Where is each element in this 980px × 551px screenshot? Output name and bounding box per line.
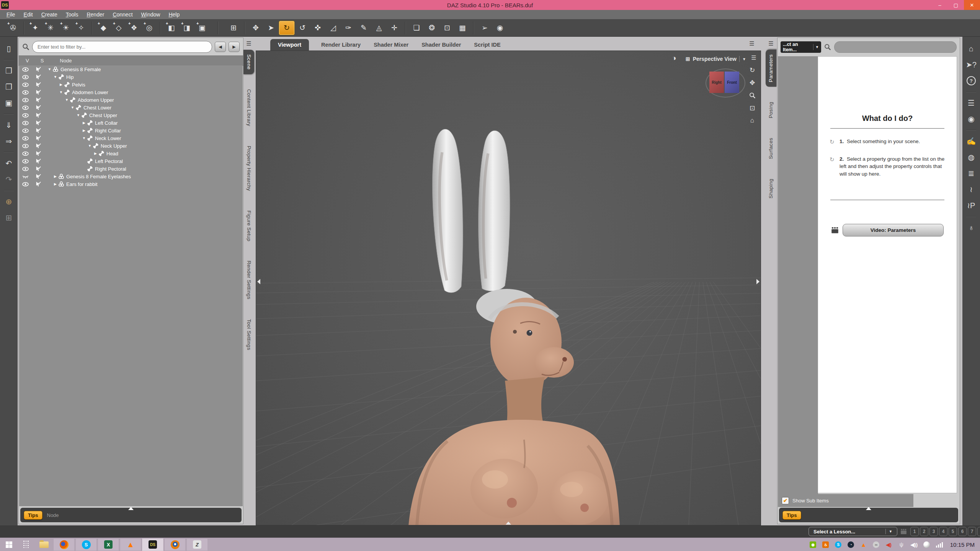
eye-icon[interactable] — [19, 127, 32, 134]
eye-icon[interactable] — [19, 66, 32, 73]
view-selector[interactable]: ⊞ Perspective View ▼ — [686, 54, 746, 64]
import-file-icon[interactable]: ⇓ — [2, 118, 16, 132]
menu-connect[interactable]: Connect — [108, 10, 137, 19]
taskbar-file-explorer[interactable] — [35, 538, 53, 551]
tab-viewport[interactable]: Viewport — [270, 39, 309, 51]
new-instance-group-icon[interactable]: ▣ — [194, 21, 210, 35]
lesson-page-2[interactable]: 2 — [920, 527, 928, 536]
eye-icon[interactable] — [19, 135, 32, 142]
menu-window[interactable]: Window — [137, 10, 165, 19]
tab-shader-builder[interactable]: Shader Builder — [421, 39, 462, 51]
taskbar-blender[interactable] — [164, 538, 186, 551]
view-cube[interactable]: Right Front — [708, 68, 743, 98]
taskbar-skype[interactable]: S — [75, 538, 97, 551]
scene-pane-menu-icon[interactable]: ☰ — [244, 40, 253, 47]
tab-surfaces[interactable]: Surfaces — [766, 133, 776, 164]
render-region-tool-icon[interactable]: ⊡ — [439, 21, 455, 35]
scene-node-left-collar[interactable]: ▶Left Collar — [19, 119, 243, 127]
draw-style-icon[interactable]: ◑ — [672, 54, 683, 64]
scale-tool-icon[interactable]: ◿ — [325, 21, 341, 35]
expand-toggle[interactable]: ▶ — [93, 152, 98, 155]
pane-collapse-handle-bottom[interactable] — [506, 522, 511, 525]
menu-render[interactable]: Render — [82, 10, 108, 19]
spot-render-tool-icon[interactable]: ❂ — [424, 21, 439, 35]
redo-icon[interactable]: ↷ — [2, 173, 16, 186]
eye-icon[interactable] — [19, 89, 32, 96]
tab-render-library[interactable]: Render Library — [320, 39, 361, 51]
scene-node-abdomen-upper[interactable]: ▼Abdomen Upper — [19, 96, 243, 104]
pan-tool-icon[interactable]: ✥ — [748, 79, 757, 87]
figure-edit-icon[interactable]: ✍ — [964, 134, 978, 148]
tab-tool-settings[interactable]: Tool Settings — [243, 315, 254, 355]
selectable-icon[interactable] — [32, 174, 44, 179]
selectable-icon[interactable] — [32, 105, 44, 111]
rotate-tool-icon[interactable]: ↻ — [279, 21, 295, 35]
surface-selection-tool-icon[interactable]: ❏ — [409, 21, 424, 35]
column-visibility[interactable]: V — [26, 58, 29, 64]
expand-toggle[interactable]: ▼ — [52, 75, 58, 79]
scene-node-neck-lower[interactable]: ▼Neck Lower — [19, 134, 243, 142]
tray-skype-icon[interactable]: S — [835, 541, 842, 548]
expand-toggle[interactable]: ▼ — [58, 90, 64, 94]
new-instance-icon[interactable]: ◨ — [179, 21, 194, 35]
scene-node-chest-lower[interactable]: ▼Chest Lower — [19, 104, 243, 111]
selectable-icon[interactable] — [32, 82, 44, 88]
viewport-canvas[interactable]: ◑ ⊞ Perspective View ▼ ☰ ↻✥⊡⌂ Right Fron… — [256, 51, 761, 525]
whats-this-help-icon[interactable]: ➤? — [964, 58, 978, 72]
lesson-page-6[interactable]: 6 — [958, 527, 967, 536]
outline-view-icon[interactable]: ☰ — [964, 96, 978, 110]
viewport-pane-menu-icon[interactable]: ☰ — [747, 40, 756, 47]
taskbar-task-view[interactable] — [18, 538, 35, 551]
scene-node-right-collar[interactable]: ▶Right Collar — [19, 127, 243, 134]
undo-icon[interactable]: ↶ — [2, 156, 16, 170]
taskbar-vlc[interactable]: ▲ — [120, 538, 141, 551]
selectable-icon[interactable] — [32, 97, 44, 103]
tray-network-icon[interactable] — [936, 541, 943, 548]
scene-node-genesis-8-female-eyelashes[interactable]: ▶Genesis 8 Female Eyelashes — [19, 173, 243, 180]
posing-flex-icon[interactable]: ≀P — [964, 199, 978, 212]
lesson-page-3[interactable]: 3 — [929, 527, 938, 536]
sphere-link-icon[interactable]: ◍ — [964, 150, 978, 164]
expand-toggle[interactable]: ▼ — [87, 144, 93, 148]
eye-icon[interactable] — [19, 82, 32, 88]
tab-script-ide[interactable]: Script IDE — [473, 39, 501, 51]
eye-icon[interactable] — [19, 112, 32, 119]
aux-viewport-toggle-icon[interactable]: ▦ — [455, 21, 470, 35]
expand-toggle[interactable]: ▼ — [81, 136, 87, 140]
expand-toggle[interactable]: ▶ — [52, 174, 58, 178]
expand-toggle[interactable]: ▶ — [81, 129, 87, 132]
selectable-icon[interactable] — [32, 120, 44, 126]
translate-tool-icon[interactable]: ✜ — [310, 21, 325, 35]
open-recent-icon[interactable]: ❐ — [2, 80, 16, 94]
scene-filter-input[interactable] — [32, 41, 212, 53]
eye-icon[interactable] — [19, 97, 32, 103]
power-pose-icon[interactable]: ◉ — [964, 112, 978, 126]
taskbar-daz-studio[interactable]: DS — [142, 538, 163, 551]
taskbar-clock[interactable]: 10:15 PM — [950, 541, 975, 548]
tab-property-hierarchy[interactable]: Property Hierarchy — [243, 141, 254, 196]
menu-tools[interactable]: Tools — [62, 10, 83, 19]
new-primitive-icon[interactable]: ◆ — [96, 21, 111, 35]
lesson-select-dropdown[interactable]: Select a Lesson... ▼ — [808, 527, 897, 536]
scene-node-genesis-8-female[interactable]: ▼Genesis 8 Female — [19, 65, 243, 73]
tray-usb-eject-icon[interactable]: ψ — [898, 541, 905, 548]
tab-render-settings[interactable]: Render Settings — [243, 256, 254, 304]
universal-manipulator-icon[interactable]: ✥ — [248, 21, 263, 35]
tab-shaping[interactable]: Shaping — [766, 174, 776, 203]
column-node[interactable]: Node — [60, 58, 72, 64]
new-point-light-icon[interactable]: ✳ — [43, 21, 58, 35]
eye-closed-icon[interactable] — [19, 173, 32, 180]
ds-home-icon[interactable]: ⌂ — [964, 42, 978, 55]
tips-button[interactable]: Tips — [24, 511, 42, 520]
tray-trackball-icon[interactable] — [923, 541, 931, 548]
new-dform-icon[interactable]: ❖ — [126, 21, 142, 35]
merge-content-icon[interactable]: ⊕ — [2, 195, 16, 209]
taskbar-zbrush[interactable]: Z — [186, 538, 208, 551]
expand-toggle[interactable]: ▶ — [52, 182, 58, 186]
expand-toggle[interactable]: ▼ — [70, 106, 75, 109]
active-pose-tool-icon[interactable]: ✑ — [341, 21, 356, 35]
joint-editor-tool-icon[interactable]: ✛ — [387, 21, 402, 35]
selectable-icon[interactable] — [32, 74, 44, 80]
menu-file[interactable]: File — [2, 10, 20, 19]
scene-node-right-pectoral[interactable]: Right Pectoral — [19, 165, 243, 173]
